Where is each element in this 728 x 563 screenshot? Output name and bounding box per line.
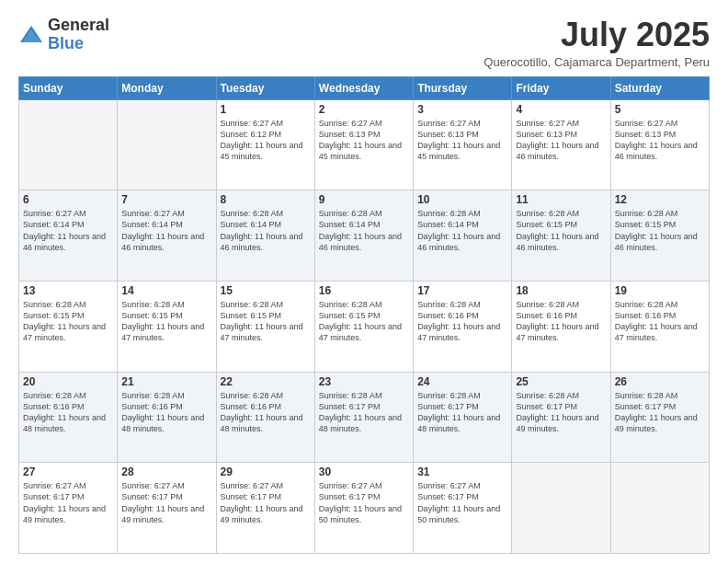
- day-number: 25: [516, 375, 606, 388]
- day-detail: Sunrise: 6:27 AM Sunset: 6:13 PM Dayligh…: [615, 118, 705, 163]
- calendar-cell: 11Sunrise: 6:28 AM Sunset: 6:15 PM Dayli…: [512, 190, 610, 282]
- calendar-cell: [610, 463, 709, 554]
- calendar-header-sunday: Sunday: [19, 76, 118, 99]
- calendar-cell: 22Sunrise: 6:28 AM Sunset: 6:16 PM Dayli…: [216, 372, 314, 463]
- day-detail: Sunrise: 6:27 AM Sunset: 6:14 PM Dayligh…: [121, 208, 211, 253]
- day-number: 12: [615, 193, 705, 206]
- day-detail: Sunrise: 6:28 AM Sunset: 6:16 PM Dayligh…: [221, 390, 311, 435]
- calendar-cell: 30Sunrise: 6:27 AM Sunset: 6:17 PM Dayli…: [314, 463, 413, 554]
- day-number: 2: [319, 103, 409, 116]
- day-number: 7: [121, 193, 211, 206]
- day-number: 15: [221, 284, 311, 297]
- logo-text: General Blue: [48, 17, 109, 53]
- calendar-cell: 17Sunrise: 6:28 AM Sunset: 6:16 PM Dayli…: [414, 281, 512, 372]
- day-detail: Sunrise: 6:28 AM Sunset: 6:16 PM Dayligh…: [615, 299, 705, 344]
- day-detail: Sunrise: 6:27 AM Sunset: 6:12 PM Dayligh…: [221, 118, 311, 163]
- day-detail: Sunrise: 6:27 AM Sunset: 6:13 PM Dayligh…: [417, 118, 507, 163]
- calendar-cell: 28Sunrise: 6:27 AM Sunset: 6:17 PM Dayli…: [118, 463, 216, 554]
- day-detail: Sunrise: 6:28 AM Sunset: 6:15 PM Dayligh…: [615, 208, 705, 253]
- calendar-table: SundayMondayTuesdayWednesdayThursdayFrid…: [18, 76, 710, 554]
- day-number: 23: [319, 375, 409, 388]
- title-block: July 2025 Querocotillo, Cajamarca Depart…: [483, 17, 710, 69]
- day-detail: Sunrise: 6:27 AM Sunset: 6:13 PM Dayligh…: [319, 118, 409, 163]
- day-number: 6: [23, 193, 113, 206]
- calendar-cell: 24Sunrise: 6:28 AM Sunset: 6:17 PM Dayli…: [414, 372, 512, 463]
- day-detail: Sunrise: 6:28 AM Sunset: 6:17 PM Dayligh…: [319, 390, 409, 435]
- day-number: 16: [319, 284, 409, 297]
- day-number: 27: [23, 465, 113, 478]
- day-detail: Sunrise: 6:27 AM Sunset: 6:17 PM Dayligh…: [221, 480, 311, 525]
- calendar-header-wednesday: Wednesday: [314, 76, 413, 99]
- day-number: 9: [319, 193, 409, 206]
- day-detail: Sunrise: 6:28 AM Sunset: 6:17 PM Dayligh…: [516, 390, 606, 435]
- day-number: 26: [615, 375, 705, 388]
- day-number: 24: [417, 375, 507, 388]
- day-number: 29: [221, 465, 311, 478]
- calendar-cell: 2Sunrise: 6:27 AM Sunset: 6:13 PM Daylig…: [314, 99, 413, 190]
- day-number: 3: [417, 103, 507, 116]
- day-detail: Sunrise: 6:28 AM Sunset: 6:16 PM Dayligh…: [121, 390, 211, 435]
- calendar-header-thursday: Thursday: [414, 76, 512, 99]
- calendar-week-row: 6Sunrise: 6:27 AM Sunset: 6:14 PM Daylig…: [19, 190, 710, 282]
- calendar-cell: 31Sunrise: 6:27 AM Sunset: 6:17 PM Dayli…: [414, 463, 512, 554]
- calendar-cell: [19, 99, 118, 190]
- calendar-header-row: SundayMondayTuesdayWednesdayThursdayFrid…: [19, 76, 710, 99]
- day-detail: Sunrise: 6:28 AM Sunset: 6:15 PM Dayligh…: [221, 299, 311, 344]
- calendar-cell: [118, 99, 216, 190]
- day-detail: Sunrise: 6:28 AM Sunset: 6:15 PM Dayligh…: [121, 299, 211, 344]
- calendar-cell: 12Sunrise: 6:28 AM Sunset: 6:15 PM Dayli…: [610, 190, 709, 282]
- day-number: 18: [516, 284, 606, 297]
- calendar-cell: 5Sunrise: 6:27 AM Sunset: 6:13 PM Daylig…: [610, 99, 709, 190]
- logo-icon: [18, 22, 44, 48]
- day-number: 13: [23, 284, 113, 297]
- day-number: 4: [516, 103, 606, 116]
- day-number: 21: [121, 375, 211, 388]
- day-detail: Sunrise: 6:27 AM Sunset: 6:13 PM Dayligh…: [516, 118, 606, 163]
- day-detail: Sunrise: 6:28 AM Sunset: 6:16 PM Dayligh…: [417, 299, 507, 344]
- day-detail: Sunrise: 6:28 AM Sunset: 6:15 PM Dayligh…: [23, 299, 113, 344]
- day-detail: Sunrise: 6:28 AM Sunset: 6:17 PM Dayligh…: [615, 390, 705, 435]
- calendar-cell: 15Sunrise: 6:28 AM Sunset: 6:15 PM Dayli…: [216, 281, 314, 372]
- calendar-cell: 9Sunrise: 6:28 AM Sunset: 6:14 PM Daylig…: [314, 190, 413, 282]
- calendar-cell: 23Sunrise: 6:28 AM Sunset: 6:17 PM Dayli…: [314, 372, 413, 463]
- day-detail: Sunrise: 6:28 AM Sunset: 6:16 PM Dayligh…: [516, 299, 606, 344]
- calendar-cell: 14Sunrise: 6:28 AM Sunset: 6:15 PM Dayli…: [118, 281, 216, 372]
- day-number: 10: [417, 193, 507, 206]
- calendar-cell: 26Sunrise: 6:28 AM Sunset: 6:17 PM Dayli…: [610, 372, 709, 463]
- calendar-cell: 6Sunrise: 6:27 AM Sunset: 6:14 PM Daylig…: [19, 190, 118, 282]
- calendar-week-row: 1Sunrise: 6:27 AM Sunset: 6:12 PM Daylig…: [19, 99, 710, 190]
- calendar-cell: 19Sunrise: 6:28 AM Sunset: 6:16 PM Dayli…: [610, 281, 709, 372]
- calendar-cell: 21Sunrise: 6:28 AM Sunset: 6:16 PM Dayli…: [118, 372, 216, 463]
- day-detail: Sunrise: 6:28 AM Sunset: 6:15 PM Dayligh…: [516, 208, 606, 253]
- day-detail: Sunrise: 6:28 AM Sunset: 6:17 PM Dayligh…: [417, 390, 507, 435]
- calendar-cell: 16Sunrise: 6:28 AM Sunset: 6:15 PM Dayli…: [314, 281, 413, 372]
- calendar-cell: 3Sunrise: 6:27 AM Sunset: 6:13 PM Daylig…: [414, 99, 512, 190]
- day-number: 5: [615, 103, 705, 116]
- day-number: 19: [615, 284, 705, 297]
- day-number: 11: [516, 193, 606, 206]
- day-detail: Sunrise: 6:27 AM Sunset: 6:17 PM Dayligh…: [417, 480, 507, 525]
- calendar-week-row: 27Sunrise: 6:27 AM Sunset: 6:17 PM Dayli…: [19, 463, 710, 554]
- calendar-cell: 13Sunrise: 6:28 AM Sunset: 6:15 PM Dayli…: [19, 281, 118, 372]
- logo-general-text: General: [48, 16, 109, 34]
- calendar-cell: 20Sunrise: 6:28 AM Sunset: 6:16 PM Dayli…: [19, 372, 118, 463]
- day-detail: Sunrise: 6:28 AM Sunset: 6:14 PM Dayligh…: [221, 208, 311, 253]
- calendar-cell: 8Sunrise: 6:28 AM Sunset: 6:14 PM Daylig…: [216, 190, 314, 282]
- calendar-cell: 29Sunrise: 6:27 AM Sunset: 6:17 PM Dayli…: [216, 463, 314, 554]
- subtitle: Querocotillo, Cajamarca Department, Peru: [483, 55, 710, 69]
- day-number: 8: [221, 193, 311, 206]
- day-detail: Sunrise: 6:27 AM Sunset: 6:17 PM Dayligh…: [121, 480, 211, 525]
- day-number: 31: [417, 465, 507, 478]
- calendar-header-monday: Monday: [118, 76, 216, 99]
- day-detail: Sunrise: 6:28 AM Sunset: 6:16 PM Dayligh…: [23, 390, 113, 435]
- calendar-week-row: 13Sunrise: 6:28 AM Sunset: 6:15 PM Dayli…: [19, 281, 710, 372]
- day-detail: Sunrise: 6:28 AM Sunset: 6:14 PM Dayligh…: [319, 208, 409, 253]
- calendar-cell: 25Sunrise: 6:28 AM Sunset: 6:17 PM Dayli…: [512, 372, 610, 463]
- calendar-cell: 27Sunrise: 6:27 AM Sunset: 6:17 PM Dayli…: [19, 463, 118, 554]
- day-number: 1: [221, 103, 311, 116]
- header: General Blue July 2025 Querocotillo, Caj…: [18, 17, 710, 69]
- calendar-cell: 10Sunrise: 6:28 AM Sunset: 6:14 PM Dayli…: [414, 190, 512, 282]
- calendar-cell: 18Sunrise: 6:28 AM Sunset: 6:16 PM Dayli…: [512, 281, 610, 372]
- day-detail: Sunrise: 6:27 AM Sunset: 6:14 PM Dayligh…: [23, 208, 113, 253]
- day-number: 20: [23, 375, 113, 388]
